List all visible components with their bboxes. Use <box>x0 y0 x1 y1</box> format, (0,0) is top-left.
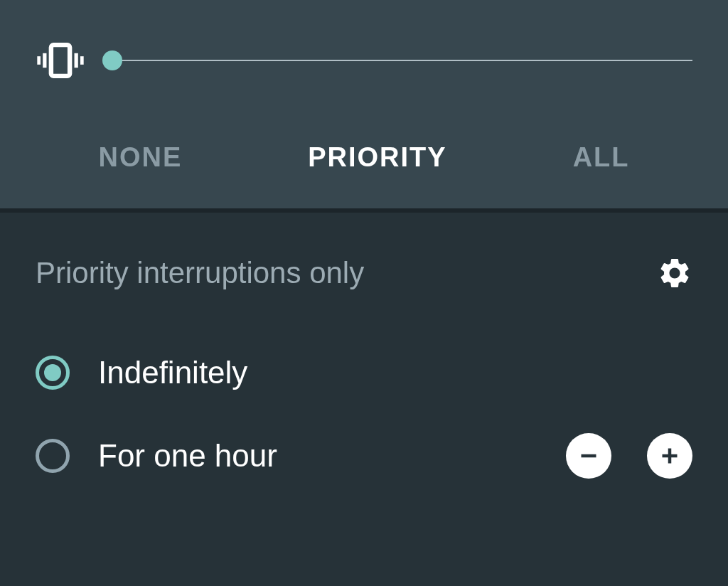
increase-button[interactable] <box>647 433 692 479</box>
vibrate-icon[interactable] <box>36 36 85 85</box>
priority-settings-content: Priority interruptions only Indefinitely… <box>0 213 728 521</box>
duration-stepper <box>566 433 692 479</box>
interruption-tabs: NONE PRIORITY ALL <box>0 114 728 208</box>
radio-duration[interactable] <box>36 439 70 473</box>
slider-thumb[interactable] <box>102 50 122 70</box>
volume-slider[interactable] <box>107 50 692 71</box>
option-indefinitely[interactable]: Indefinitely <box>36 355 692 433</box>
decrease-button[interactable] <box>566 433 611 479</box>
volume-slider-row <box>0 0 728 114</box>
section-title: Priority interruptions only <box>36 256 364 290</box>
radio-indefinitely[interactable] <box>36 356 70 390</box>
volume-panel: NONE PRIORITY ALL <box>0 0 728 208</box>
svg-rect-2 <box>37 56 41 65</box>
option-label-duration: For one hour <box>98 438 537 474</box>
svg-rect-0 <box>51 45 70 76</box>
slider-track-line <box>107 60 692 61</box>
tab-all[interactable]: ALL <box>573 142 630 173</box>
svg-rect-4 <box>80 56 84 65</box>
plus-icon <box>657 443 682 469</box>
tab-none[interactable]: NONE <box>98 142 182 173</box>
option-label-indefinitely: Indefinitely <box>98 355 692 390</box>
minus-icon <box>576 443 601 469</box>
tab-priority[interactable]: PRIORITY <box>308 142 446 173</box>
svg-rect-7 <box>668 449 672 464</box>
option-duration[interactable]: For one hour <box>36 433 692 521</box>
gear-icon[interactable] <box>657 255 692 291</box>
section-header: Priority interruptions only <box>36 255 692 291</box>
svg-rect-5 <box>582 454 596 458</box>
svg-rect-3 <box>75 53 78 68</box>
svg-rect-1 <box>43 53 46 68</box>
